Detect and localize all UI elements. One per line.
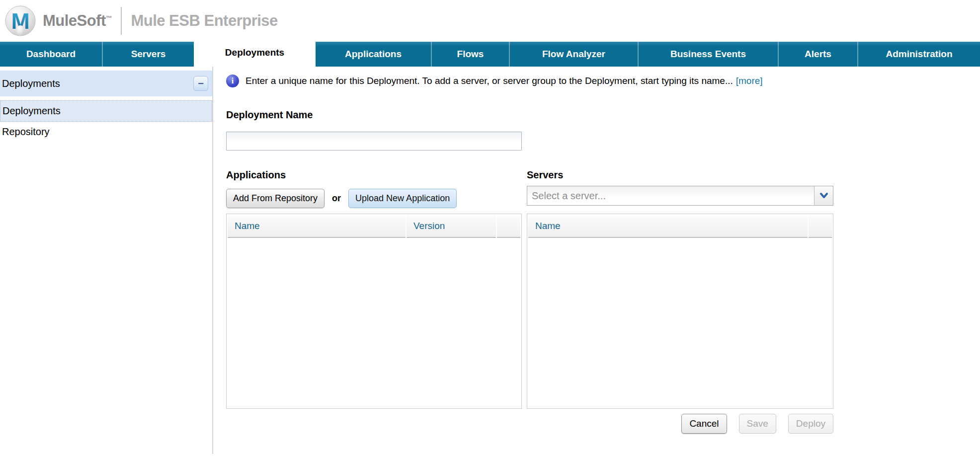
applications-table-body: [227, 238, 521, 408]
applications-table: Name Version: [226, 214, 522, 409]
tab-business-events[interactable]: Business Events: [638, 42, 778, 67]
footer-actions: Cancel Save Deploy: [226, 414, 833, 434]
deployment-name-block: Deployment Name: [226, 109, 980, 151]
applications-actions: Add From Repository or Upload New Applic…: [226, 188, 522, 209]
sidebar: Deployments − Deployments Repository: [0, 67, 213, 454]
server-select[interactable]: Select a server...: [527, 186, 833, 206]
info-banner: i Enter a unique name for this Deploymen…: [226, 75, 980, 87]
product-name: Mule ESB Enterprise: [131, 12, 277, 30]
sidebar-header: Deployments −: [0, 71, 212, 96]
servers-table-body: [527, 238, 833, 408]
add-from-repository-button[interactable]: Add From Repository: [226, 189, 325, 208]
brand-divider: [121, 7, 122, 35]
mulesoft-logo-icon: M: [5, 5, 36, 36]
save-button[interactable]: Save: [739, 414, 776, 434]
server-select-dropdown-button[interactable]: [814, 186, 833, 205]
collapse-button[interactable]: −: [193, 76, 208, 91]
info-text: Enter a unique name for this Deployment.…: [245, 76, 763, 86]
minus-icon: −: [198, 77, 204, 90]
main-panel: i Enter a unique name for this Deploymen…: [213, 67, 980, 454]
servers-table: Name: [527, 214, 833, 409]
tab-alerts[interactable]: Alerts: [778, 42, 857, 67]
applications-section: Applications Add From Repository or Uplo…: [226, 169, 522, 409]
deploy-button[interactable]: Deploy: [788, 414, 833, 434]
servers-section: Servers Select a server... Name: [527, 169, 833, 409]
info-icon: i: [226, 75, 239, 87]
server-select-placeholder: Select a server...: [527, 186, 814, 205]
applications-column-name[interactable]: Name: [228, 215, 406, 238]
or-text: or: [332, 193, 341, 204]
applications-title: Applications: [226, 169, 522, 181]
upload-new-application-button[interactable]: Upload New Application: [348, 189, 457, 208]
deployment-name-label: Deployment Name: [226, 109, 980, 121]
servers-column-spacer: [809, 215, 832, 238]
servers-column-name[interactable]: Name: [528, 215, 808, 238]
chevron-down-icon: [819, 192, 828, 200]
servers-actions: Select a server...: [527, 188, 833, 209]
main-navbar: Dashboard Servers Deployments Applicatio…: [0, 42, 980, 67]
sidebar-title: Deployments: [2, 78, 60, 89]
tab-flow-analyzer[interactable]: Flow Analyzer: [509, 42, 638, 67]
applications-table-header: Name Version: [227, 214, 521, 238]
applications-column-spacer: [497, 215, 520, 238]
app-header: M MuleSoft™ Mule ESB Enterprise: [0, 0, 980, 42]
tab-administration[interactable]: Administration: [857, 42, 980, 67]
sidebar-item-repository[interactable]: Repository: [0, 122, 212, 142]
tab-dashboard[interactable]: Dashboard: [0, 42, 102, 67]
tab-deployments[interactable]: Deployments: [194, 39, 316, 67]
sidebar-item-deployments[interactable]: Deployments: [0, 100, 212, 122]
tab-servers[interactable]: Servers: [102, 42, 194, 67]
tab-applications[interactable]: Applications: [316, 42, 431, 67]
cancel-button[interactable]: Cancel: [681, 414, 727, 434]
content-area: Deployments − Deployments Repository i E…: [0, 67, 980, 454]
more-link[interactable]: [more]: [736, 76, 763, 86]
brand-name: MuleSoft™: [43, 12, 112, 30]
servers-table-header: Name: [527, 214, 833, 238]
tab-flows[interactable]: Flows: [431, 42, 509, 67]
trademark: ™: [106, 14, 112, 22]
applications-column-version[interactable]: Version: [407, 215, 496, 238]
deployment-name-input[interactable]: [226, 132, 522, 151]
servers-title: Servers: [527, 169, 833, 181]
